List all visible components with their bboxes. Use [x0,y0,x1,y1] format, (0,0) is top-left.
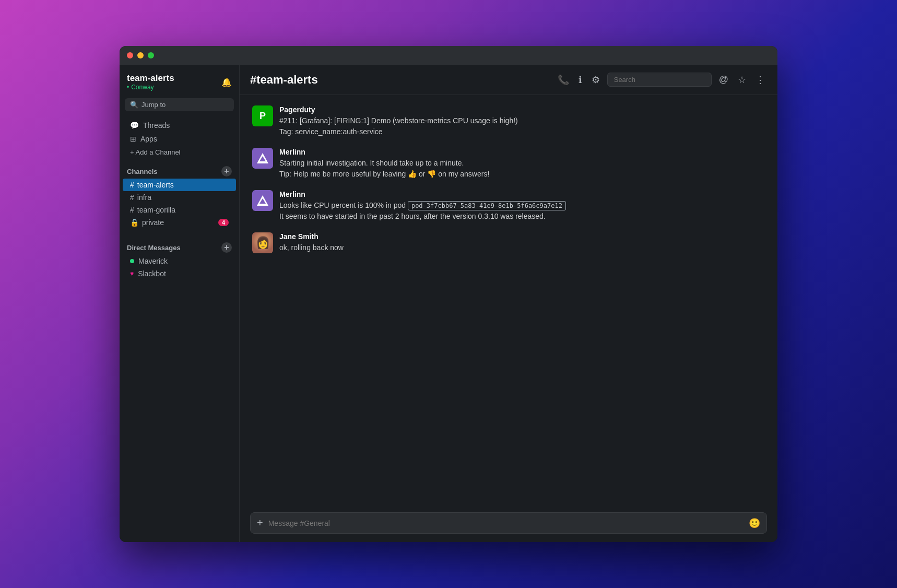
workspace-header: team-alerts Conway 🔔 [120,70,239,96]
search-input[interactable] [607,73,712,87]
message-line-1: ok, rolling back now [279,243,344,252]
settings-icon[interactable]: ⚙ [589,72,602,88]
message-text: Looks like CPU percent is 100% in pod po… [279,200,566,222]
jump-to-button[interactable]: 🔍 Jump to [125,98,234,111]
sidebar: team-alerts Conway 🔔 🔍 Jump to 💬 Threads… [120,65,240,542]
channel-title: #team-alerts [250,73,549,87]
user-name: Conway [131,84,154,91]
channel-item-infra[interactable]: # infra [123,191,236,204]
attach-button[interactable]: + [257,517,263,529]
message-text: ok, rolling back now [279,242,344,253]
channel-name: private [142,218,164,227]
hash-icon: # [130,193,134,202]
workspace-info: team-alerts Conway [127,73,174,91]
avatar [252,148,273,169]
apps-label: Apps [140,135,157,143]
sender-name: Merlinn [279,148,489,156]
message-input[interactable] [268,519,743,527]
sender-name: Jane Smith [279,232,344,241]
dm-name: Maverick [138,257,168,265]
message-text: Starting initial investigation. It shoul… [279,158,489,180]
heart-icon: ♥ [130,270,134,277]
code-snippet: pod-3f7cbb67-5a83-41e9-8e1b-5f6a6c9a7e12 [408,201,566,210]
sender-name: Merlinn [279,190,566,198]
dm-item-maverick[interactable]: Maverick [123,255,236,267]
channel-name: team-gorilla [137,206,175,214]
message-row: P Pagerduty #211: [Grafana]: [FIRING:1] … [252,105,765,137]
channel-name: team-alerts [137,181,174,189]
hash-icon: # [130,206,134,214]
channel-item-team-gorilla[interactable]: # team-gorilla [123,204,236,216]
star-icon[interactable]: ☆ [736,72,748,88]
sender-name: Pagerduty [279,105,518,114]
apps-icon: ⊞ [130,135,136,143]
search-icon: 🔍 [130,101,138,109]
channels-section-label: Channels [127,168,158,175]
message-row: 👩 Jane Smith ok, rolling back now [252,232,765,253]
unread-badge: 4 [218,219,229,226]
add-channel-icon[interactable]: + [221,166,232,177]
app-window: team-alerts Conway 🔔 🔍 Jump to 💬 Threads… [120,46,777,542]
channel-name: infra [137,193,151,202]
avatar-letter: P [259,111,266,122]
message-line-2: It seems to have started in the past 2 h… [279,212,546,220]
user-status: Conway [127,84,174,91]
channel-header: #team-alerts 📞 ℹ ⚙ @ ☆ ⋮ [240,65,777,95]
message-line-1: #211: [Grafana]: [FIRING:1] Demo (websto… [279,116,518,125]
merlinn-triangle-icon [257,195,268,206]
sidebar-item-threads[interactable]: 💬 Threads [123,119,236,132]
message-content: Merlinn Looks like CPU percent is 100% i… [279,190,566,222]
jane-face: 👩 [252,232,273,253]
message-line-2: Tag: service_name:auth-service [279,127,383,136]
header-icons: 📞 ℹ ⚙ @ ☆ ⋮ [556,72,767,88]
at-icon[interactable]: @ [717,72,730,87]
input-area: + 🙂 [240,506,777,542]
hash-icon: # [130,181,134,189]
sidebar-item-apps[interactable]: ⊞ Apps [123,132,236,146]
channel-item-private[interactable]: 🔒 private 4 [123,216,236,229]
merlinn-triangle-icon [257,153,268,163]
threads-icon: 💬 [130,121,139,130]
maximize-button[interactable] [148,52,154,58]
message-content: Merlinn Starting initial investigation. … [279,148,489,180]
add-channel-label: + Add a Channel [130,148,181,156]
messages-area: P Pagerduty #211: [Grafana]: [FIRING:1] … [240,95,777,506]
dm-item-slackbot[interactable]: ♥ Slackbot [123,267,236,280]
phone-icon[interactable]: 📞 [556,72,571,88]
jump-to-label: Jump to [141,101,166,109]
avatar [252,190,273,211]
online-indicator [130,259,134,263]
main-content: #team-alerts 📞 ℹ ⚙ @ ☆ ⋮ P [240,65,777,542]
threads-label: Threads [143,121,170,130]
dm-section-header: Direct Messages + [120,235,239,255]
message-line-1: Looks like CPU percent is 100% in pod [279,201,406,209]
emoji-button[interactable]: 🙂 [749,518,760,529]
more-icon[interactable]: ⋮ [753,72,767,88]
workspace-name[interactable]: team-alerts [127,73,174,84]
close-button[interactable] [127,52,133,58]
avatar: P [252,105,273,126]
channel-item-team-alerts[interactable]: # team-alerts [123,179,236,191]
dm-section-label: Direct Messages [127,244,181,252]
avatar: 👩 [252,232,273,253]
dm-name: Slackbot [138,269,166,278]
message-line-2: Tip: Help me be more useful by leaving 👍… [279,170,489,178]
message-input-box: + 🙂 [250,512,767,534]
message-row: Merlinn Looks like CPU percent is 100% i… [252,190,765,222]
message-content: Jane Smith ok, rolling back now [279,232,344,253]
bell-icon[interactable]: 🔔 [221,77,232,87]
message-content: Pagerduty #211: [Grafana]: [FIRING:1] De… [279,105,518,137]
add-channel-button[interactable]: + Add a Channel [123,146,236,159]
channels-section-header: Channels + [120,159,239,179]
add-dm-icon[interactable]: + [221,242,232,253]
message-line-1: Starting initial investigation. It shoul… [279,159,464,167]
message-text: #211: [Grafana]: [FIRING:1] Demo (websto… [279,115,518,137]
lock-icon: 🔒 [130,218,139,227]
message-row: Merlinn Starting initial investigation. … [252,148,765,180]
titlebar [120,46,777,65]
app-body: team-alerts Conway 🔔 🔍 Jump to 💬 Threads… [120,65,777,542]
info-icon[interactable]: ℹ [576,72,584,88]
minimize-button[interactable] [137,52,144,58]
